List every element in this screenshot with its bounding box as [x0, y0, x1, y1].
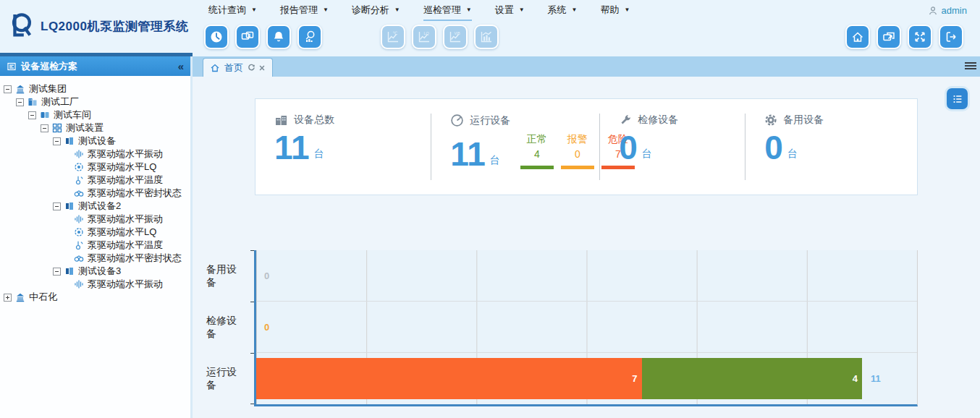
unit-icon [52, 123, 62, 133]
tree-leaf-lq[interactable]: 泵驱动端水平LQ [1, 161, 161, 174]
refresh-tab-icon[interactable] [248, 64, 255, 72]
menu-label: 系统 [548, 4, 567, 17]
tree-leaf-vibration[interactable]: 泵驱动端水平振动 [1, 148, 167, 161]
collapse-sidebar-button[interactable]: « [178, 61, 184, 72]
bar-value-label: 4 [853, 373, 858, 384]
toolbar: ℃ LQ VIB [193, 21, 980, 56]
axis-tick [250, 353, 254, 354]
vibration-icon [74, 214, 84, 224]
top-header: LQ2000机泵监测管理系统 统计查询▼ 报告管理▼ 诊断分析▼ 巡检管理▼ 设… [0, 0, 980, 56]
tree-leaf-lq[interactable]: 泵驱动端水平LQ [1, 226, 161, 239]
vibration-icon [74, 279, 84, 289]
chart-row-maintenance: 0 [256, 302, 917, 353]
tab-list-menu-icon[interactable] [965, 61, 976, 71]
card-running-devices: 运行设备 11 台 正常 4 报警 [431, 114, 599, 180]
summary-cards: 设备总数 11 台 运行设备 11 [255, 98, 918, 195]
chart-row-standby: 0 [256, 250, 917, 302]
expander-icon[interactable] [53, 137, 61, 145]
card-unit: 台 [490, 154, 500, 171]
menu-item-diagnosis[interactable]: 诊断分析▼ [352, 0, 400, 21]
card-maintenance-devices: 检修设备 0 台 [599, 114, 745, 180]
chart-plot-area: 0 0 7 4 11 [254, 250, 918, 406]
tree-node-group[interactable]: 测试集团 [1, 82, 71, 95]
org-icon [15, 84, 25, 94]
device-icon [64, 136, 75, 146]
lq-gauge-icon [74, 227, 84, 237]
logout-icon[interactable] [939, 25, 963, 49]
app-logo-icon [7, 12, 35, 42]
svg-text:VIB: VIB [455, 30, 461, 35]
tree-node-unit[interactable]: 测试装置 [1, 121, 108, 135]
alarm-bell-icon[interactable] [266, 25, 291, 49]
tree-leaf-seal[interactable]: 泵驱动端水平密封状态 [1, 187, 186, 200]
card-value: 11 [274, 131, 310, 164]
y-tick-label: 备用设备 [206, 250, 254, 302]
menu-item-system[interactable]: 系统▼ [548, 0, 578, 21]
device-status-bar-chart: 备用设备 检修设备 运行设备 0 0 [206, 250, 918, 406]
menu-item-reports[interactable]: 报告管理▼ [280, 0, 329, 21]
card-value: 0 [764, 131, 783, 164]
screens-monitor-icon[interactable] [235, 25, 260, 49]
menu-label: 巡检管理 [423, 4, 461, 17]
expander-icon[interactable] [53, 268, 61, 276]
bar-segment-normal[interactable]: 4 [642, 358, 862, 399]
menu-label: 帮助 [601, 4, 620, 17]
tree-node-workshop[interactable]: 测试车间 [1, 108, 96, 121]
tab-home[interactable]: 首页 [203, 58, 273, 77]
tree-node-device3[interactable]: 测试设备3 [1, 265, 125, 278]
trend-temperature-icon: ℃ [381, 25, 405, 49]
seal-status-icon [74, 253, 84, 263]
card-label: 设备总数 [294, 114, 334, 127]
panel-list-toggle-button[interactable] [947, 88, 968, 109]
card-label: 运行设备 [470, 114, 510, 127]
card-unit: 台 [642, 148, 652, 164]
clock-pie-icon[interactable] [204, 25, 229, 49]
temperature-icon [74, 175, 84, 185]
menu-item-statistics[interactable]: 统计查询▼ [208, 0, 257, 21]
user-account[interactable]: admin [928, 0, 967, 21]
expander-icon[interactable] [28, 111, 36, 119]
search-stats-icon[interactable] [297, 25, 322, 49]
tree-node-device1[interactable]: 测试设备 [1, 135, 120, 148]
brand: LQ2000机泵监测管理系统 [0, 0, 193, 56]
username: admin [942, 5, 967, 16]
close-tab-icon[interactable] [258, 64, 266, 72]
expander-icon[interactable] [41, 124, 48, 132]
tree-leaf-seal[interactable]: 泵驱动端水平密封状态 [1, 252, 186, 265]
gauge-icon [450, 114, 464, 127]
substat-bar [561, 166, 594, 169]
bar-segment-danger[interactable]: 7 [256, 358, 642, 399]
axis-tick [250, 404, 254, 404]
expander-icon[interactable] [4, 85, 12, 93]
tree-leaf-vibration[interactable]: 泵驱动端水平振动 [1, 213, 167, 226]
expander-icon[interactable] [4, 294, 12, 302]
vibration-icon [74, 149, 84, 159]
fullscreen-icon[interactable] [908, 25, 932, 49]
card-unit: 台 [787, 148, 798, 164]
tree-leaf-temperature[interactable]: 泵驱动端水平温度 [1, 239, 167, 252]
tree-node-device2[interactable]: 测试设备2 [1, 200, 125, 213]
workshop-icon [40, 110, 50, 120]
tree-leaf-vibration[interactable]: 泵驱动端水平振动 [1, 278, 167, 291]
tree-node-sinopec[interactable]: 中石化 [1, 291, 62, 304]
person-icon [928, 6, 938, 16]
tree-node-factory[interactable]: 测试工厂 [1, 95, 83, 108]
menu-item-inspection[interactable]: 巡检管理▼ [423, 0, 472, 21]
menu-item-help[interactable]: 帮助▼ [601, 0, 630, 21]
chevron-down-icon: ▼ [572, 7, 578, 13]
trend-bars-icon [474, 25, 499, 49]
home-icon[interactable] [845, 25, 870, 49]
external-window-icon[interactable] [876, 25, 901, 49]
menu-item-settings[interactable]: 设置▼ [495, 0, 525, 21]
sidebar-header: 设备巡检方案 « [0, 56, 190, 76]
chevron-down-icon: ▼ [394, 7, 400, 13]
factory-icon [28, 97, 38, 107]
menu-label: 报告管理 [280, 4, 318, 17]
chart-row-running: 7 4 11 [256, 353, 917, 404]
sidebar: 设备巡检方案 « 测试集团 测试工厂 测试车间 测试装置 [0, 56, 193, 418]
card-total-devices: 设备总数 11 台 [255, 114, 431, 180]
y-tick-label: 运行设备 [206, 353, 254, 404]
tree-leaf-temperature[interactable]: 泵驱动端水平温度 [1, 174, 167, 187]
expander-icon[interactable] [16, 98, 24, 106]
expander-icon[interactable] [53, 202, 61, 210]
